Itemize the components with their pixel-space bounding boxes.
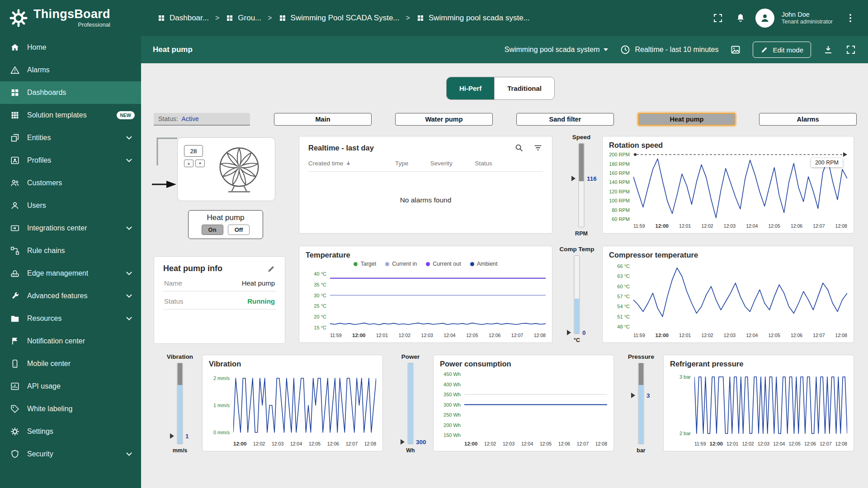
column-header-type[interactable]: Type — [395, 160, 430, 167]
clock-icon — [620, 44, 631, 55]
state-button-sand-filter[interactable]: Sand filter — [516, 113, 614, 126]
column-header-created-time[interactable]: Created time — [308, 160, 395, 167]
view-toggle-traditional[interactable]: Traditional — [494, 77, 554, 99]
breadcrumb: Dashboar...>Grou...>Swimming Pool SCADA … — [157, 14, 530, 23]
pencil-icon — [760, 46, 769, 54]
gauge-title: Power — [401, 353, 420, 360]
topbar: Dashboar...>Grou...>Swimming Pool SCADA … — [141, 0, 868, 36]
x-tick-label: 12:05 — [769, 333, 780, 338]
x-axis-labels: 11:5912:0012:0112:0212:0312:0412:0512:06… — [330, 331, 546, 340]
x-tick-label: 12:02 — [701, 333, 713, 338]
x-tick-label: 12:04 — [443, 333, 455, 338]
legend-item-ambient[interactable]: Ambient — [470, 261, 498, 267]
sidebar-item-customers[interactable]: Customers — [0, 172, 141, 194]
sidebar-item-users[interactable]: Users — [0, 194, 141, 217]
x-tick-label: 11:59 — [330, 333, 342, 338]
rotation-speed-chart: Rotation speed 200 RPM180 RPM160 RPM140 … — [602, 136, 854, 234]
vibration-gauge: Vibration1mm/s — [161, 353, 199, 454]
brand-logo[interactable]: ThingsBoard Professional — [0, 0, 141, 36]
power-gauge: Power300Wh — [392, 353, 429, 454]
user-name: John Doe — [782, 10, 833, 19]
x-tick-label: 12:04 — [521, 441, 533, 446]
x-tick-label: 12:04 — [746, 333, 758, 338]
legend-item-current-in[interactable]: Current in — [385, 261, 417, 267]
dashboard-state-select[interactable]: Swimming pool scada system — [505, 46, 609, 54]
setpoint-up-button[interactable]: ▲ — [184, 160, 193, 167]
notifications-bell-icon[interactable] — [733, 10, 748, 26]
fullscreen-icon[interactable] — [710, 10, 726, 26]
sidebar-item-resources[interactable]: Resources — [0, 307, 141, 330]
temperature-chart: Temperature TargetCurrent inCurrent outA… — [299, 246, 552, 343]
sidebar-item-profiles[interactable]: Profiles — [0, 149, 141, 172]
state-button-water-pump[interactable]: Water pump — [395, 113, 493, 126]
sidebar-item-dashboards[interactable]: Dashboards — [0, 81, 141, 104]
x-tick-label: 12:01 — [726, 441, 738, 446]
legend-label: Current out — [433, 261, 461, 267]
breadcrumb-item[interactable]: Swimming Pool SCADA Syste... — [278, 14, 400, 23]
setpoint-input[interactable]: 28 — [184, 145, 203, 157]
edit-mode-button[interactable]: Edit mode — [753, 42, 811, 58]
column-header-severity[interactable]: Severity — [430, 160, 475, 167]
breadcrumb-item[interactable]: Grou... — [226, 14, 261, 23]
legend-item-target[interactable]: Target — [354, 261, 376, 267]
power-buttons: OnOff — [189, 225, 263, 235]
state-button-heat-pump[interactable]: Heat pump — [638, 113, 736, 126]
view-toggle-hi-perf[interactable]: Hi-Perf — [447, 77, 494, 99]
on-button[interactable]: On — [202, 225, 223, 235]
legend-label: Current in — [392, 261, 417, 267]
sidebar-item-home[interactable]: Home — [0, 36, 141, 59]
gauge-body: 116 — [563, 143, 599, 227]
sidebar-item-alarms[interactable]: Alarms — [0, 59, 141, 81]
gauge-pointer — [170, 433, 174, 439]
y-tick-label: 35 °C — [314, 282, 326, 287]
gauge-value: 0 — [582, 329, 586, 336]
gauge-title: Pressure — [628, 353, 654, 360]
sidebar-item-advanced-features[interactable]: Advanced features — [0, 285, 141, 307]
breadcrumb-separator: > — [406, 14, 410, 22]
sidebar-item-white-labeling[interactable]: White labeling — [0, 398, 141, 420]
sidebar-item-solution-templates[interactable]: Solution templatesNEW — [0, 104, 141, 127]
search-icon[interactable] — [514, 143, 524, 153]
sidebar-item-mobile-center[interactable]: Mobile center — [0, 352, 141, 375]
x-tick-label: 12:08 — [364, 441, 376, 446]
fullscreen-dashboard-icon[interactable] — [845, 44, 856, 55]
sidebar-item-notification-center[interactable]: Notification center — [0, 330, 141, 352]
kebab-menu-icon[interactable] — [843, 10, 858, 26]
sidebar-item-integrations-center[interactable]: Integrations center — [0, 217, 141, 239]
sidebar-item-settings[interactable]: Settings — [0, 420, 141, 443]
y-tick-label: 63 °C — [617, 273, 630, 279]
edit-pencil-icon[interactable] — [267, 264, 276, 273]
filter-icon[interactable] — [533, 143, 543, 153]
state-button-main[interactable]: Main — [274, 113, 372, 126]
sidebar-item-label: White labeling — [27, 405, 135, 413]
image-export-icon[interactable] — [730, 44, 741, 55]
off-button[interactable]: Off — [228, 225, 250, 235]
sidebar-item-api-usage[interactable]: API usage — [0, 375, 141, 398]
setpoint-steppers: ▲ ▼ — [184, 160, 205, 167]
setpoint-down-button[interactable]: ▼ — [195, 160, 205, 167]
sidebar-item-rule-chains[interactable]: Rule chains — [0, 239, 141, 262]
y-axis-labels: 450 Wh400 Wh350 Wh300 Wh250 Wh200 Wh150 … — [440, 370, 464, 439]
download-icon[interactable] — [823, 44, 834, 55]
brand-subtitle: Professional — [33, 21, 110, 28]
sidebar-item-entities[interactable]: Entities — [0, 127, 141, 149]
gauge-body: 0 — [555, 255, 599, 334]
user-avatar[interactable] — [755, 9, 774, 28]
plot-area — [330, 271, 546, 331]
sidebar-item-security[interactable]: Security — [0, 443, 141, 465]
legend-item-current-out[interactable]: Current out — [426, 261, 461, 267]
sidebar-item-label: Advanced features — [27, 292, 120, 300]
x-tick-label: 12:04 — [773, 441, 785, 446]
state-button-alarms[interactable]: Alarms — [759, 113, 857, 126]
chart-legend: TargetCurrent inCurrent outAmbient — [306, 261, 546, 267]
y-tick-label: 200 Wh — [443, 422, 461, 428]
y-tick-label: 20 °C — [314, 314, 326, 319]
x-axis-labels: 11:5912:0012:0112:0212:0312:0412:0512:06… — [633, 331, 847, 340]
breadcrumb-item[interactable]: Swimming pool scada syste... — [416, 14, 530, 23]
column-header-status[interactable]: Status — [475, 160, 543, 167]
sidebar-item-edge-management[interactable]: Edge management — [0, 262, 141, 285]
x-tick-label: 12:07 — [813, 223, 825, 229]
timewindow-button[interactable]: Realtime - last 10 minutes — [620, 44, 718, 55]
chevron-down-icon — [604, 48, 608, 51]
breadcrumb-item[interactable]: Dashboar... — [157, 14, 209, 23]
